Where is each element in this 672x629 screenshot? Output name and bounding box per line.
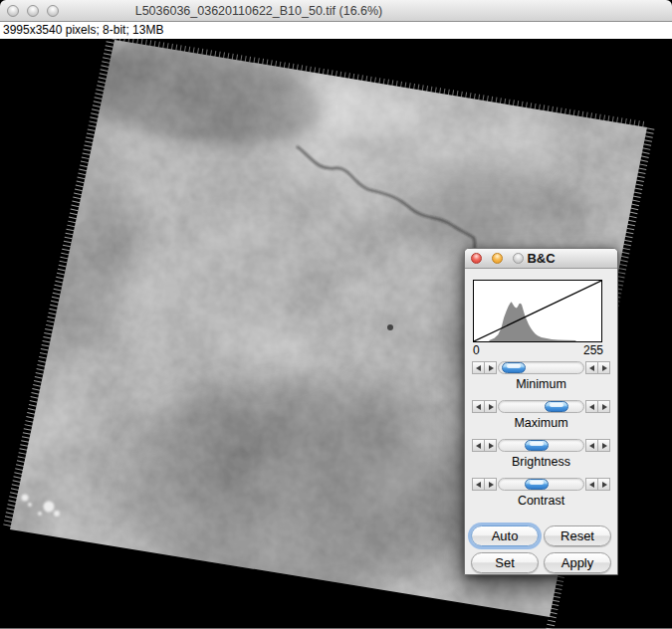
minimum-slider-thumb[interactable] — [502, 362, 526, 373]
contrast-label: Contrast — [472, 493, 610, 509]
image-info-bar: 3995x3540 pixels; 8-bit; 13MB — [0, 22, 672, 39]
bc-close-button[interactable] — [471, 253, 482, 264]
brightness-slider-thumb[interactable] — [525, 440, 549, 451]
minimum-label: Minimum — [472, 376, 610, 392]
minimum-slider-row: Minimum — [472, 361, 610, 392]
minimum-slider[interactable] — [472, 361, 610, 374]
brightness-step-right2-icon[interactable] — [597, 439, 610, 452]
maximum-slider[interactable] — [472, 400, 610, 413]
brightness-label: Brightness — [472, 454, 610, 470]
window-titlebar[interactable]: L5036036_03620110622_B10_50.tif (16.6%) — [0, 0, 672, 22]
auto-button[interactable]: Auto — [471, 525, 539, 546]
maximum-slider-track[interactable] — [498, 400, 584, 413]
bc-dialog-window: B&C 0 255 Minimum — [464, 248, 618, 575]
contrast-step-right-icon[interactable] — [484, 478, 497, 491]
imagej-image-window: L5036036_03620110622_B10_50.tif (16.6%) … — [0, 0, 672, 629]
apply-button[interactable]: Apply — [544, 552, 611, 573]
contrast-slider[interactable] — [472, 478, 610, 491]
maximum-step-right2-icon[interactable] — [597, 400, 610, 413]
minimum-slider-track[interactable] — [498, 361, 584, 374]
contrast-slider-row: Contrast — [472, 478, 610, 509]
minimum-step-right-icon[interactable] — [484, 361, 497, 374]
set-button[interactable]: Set — [471, 552, 539, 573]
brightness-slider-track[interactable] — [498, 439, 584, 452]
histogram-max-label: 255 — [583, 343, 603, 357]
maximum-slider-thumb[interactable] — [545, 401, 568, 412]
contrast-step-right2-icon[interactable] — [597, 478, 610, 491]
lut-mapping-line — [474, 281, 601, 341]
brightness-slider-row: Brightness — [472, 439, 610, 470]
minimum-step-right2-icon[interactable] — [597, 361, 610, 374]
histogram-panel — [473, 280, 602, 342]
window-title: L5036036_03620110622_B10_50.tif (16.6%) — [0, 0, 518, 22]
maximum-slider-row: Maximum — [472, 400, 610, 431]
reset-button[interactable]: Reset — [544, 525, 611, 546]
brightness-slider[interactable] — [472, 439, 610, 452]
brightness-step-right-icon[interactable] — [484, 439, 497, 452]
bc-traffic-lights — [471, 253, 524, 264]
bc-dialog-titlebar[interactable]: B&C — [465, 249, 617, 269]
histogram-min-label: 0 — [473, 343, 480, 357]
histogram-range-labels: 0 255 — [473, 343, 603, 357]
slider-group: Minimum Maximum — [465, 360, 617, 509]
contrast-slider-track[interactable] — [498, 478, 584, 491]
maximum-label: Maximum — [472, 415, 610, 431]
button-group: Auto Reset Set Apply — [465, 517, 617, 573]
bc-minimize-button[interactable] — [492, 253, 503, 264]
histogram-shape — [489, 302, 575, 341]
maximum-step-right-icon[interactable] — [484, 400, 497, 413]
bc-zoom-button[interactable] — [513, 253, 524, 264]
contrast-slider-thumb[interactable] — [525, 479, 549, 490]
